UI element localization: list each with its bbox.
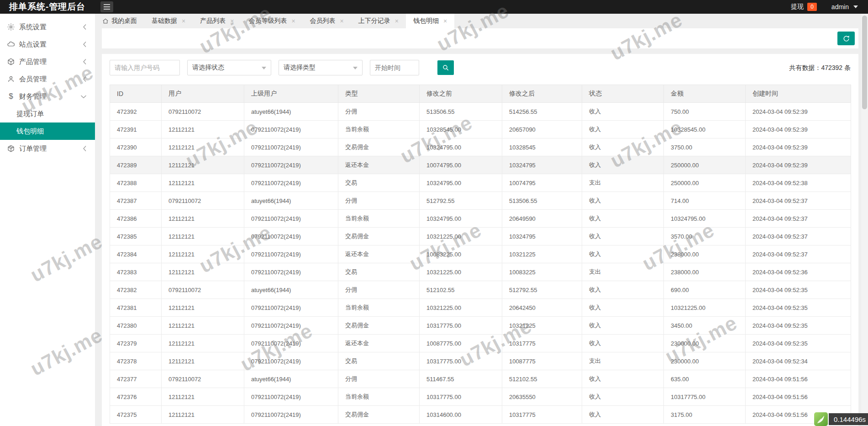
chevron-left-icon	[83, 24, 87, 30]
tab-close-icon[interactable]: ×	[443, 18, 447, 24]
table-cell: 0792110072	[162, 281, 244, 299]
table-cell: 472384	[110, 245, 162, 263]
table-cell: 513506.55	[420, 103, 502, 121]
table-cell: 12112121	[162, 121, 244, 138]
sidebar-item-withdraw-orders[interactable]: 提现订单	[0, 105, 95, 122]
table-cell: 12112121	[162, 263, 244, 281]
table-cell: 0792110072(2419)	[244, 352, 338, 370]
table-cell: 收入	[582, 228, 664, 245]
table-row: 472381121121210792110072(2419)当前余额103212…	[110, 299, 851, 317]
table-cell: 交易佣金	[338, 138, 420, 156]
tab-label: 上下分记录	[358, 17, 390, 25]
sidebar-item-site-settings[interactable]: 站点设置	[0, 36, 95, 53]
table-cell: 当前余额	[338, 210, 420, 228]
tab-label: 钱包明细	[413, 17, 439, 25]
sidebar-item-label: 产品管理	[19, 58, 47, 66]
table-cell: 10317775.00	[420, 352, 502, 370]
table-cell: 0792110072(2419)	[244, 335, 338, 352]
table-cell: 472380	[110, 317, 162, 335]
tab-wallet-details[interactable]: 钱包明细×	[406, 14, 454, 28]
table-cell: 10324795.00	[420, 174, 502, 192]
tab-close-icon[interactable]: ×	[291, 18, 295, 24]
search-button[interactable]	[437, 60, 454, 75]
column-header: 状态	[582, 85, 664, 103]
tab-my-desktop[interactable]: 我的桌面	[95, 14, 144, 28]
tab-member-level-list[interactable]: 会员等级列表×	[241, 14, 302, 28]
tab-member-list[interactable]: 会员列表×	[303, 14, 351, 28]
chevron-left-icon	[83, 59, 87, 65]
table-cell: 10328545.00	[664, 121, 746, 138]
column-header: 类型	[338, 85, 420, 103]
table-cell: 0792110072(2419)	[244, 121, 338, 138]
page-load-time[interactable]: 0.144496s	[829, 413, 868, 425]
tab-close-icon[interactable]: ×	[230, 18, 234, 24]
table-cell: 0792110072(2419)	[244, 263, 338, 281]
sidebar-item-system-settings[interactable]: 系统设置	[0, 18, 95, 36]
table-cell: 10321225.00	[420, 299, 502, 317]
start-time-input[interactable]	[370, 60, 419, 75]
tab-close-icon[interactable]: ×	[395, 18, 399, 24]
table-cell: 750.00	[664, 103, 746, 121]
table-cell: 10317775.00	[664, 388, 746, 406]
table-cell: 10314600.00	[420, 406, 502, 424]
tab-close-icon[interactable]: ×	[182, 18, 185, 24]
thinkphp-logo-icon[interactable]	[814, 412, 828, 426]
table-cell: 收入	[582, 281, 664, 299]
status-select-value: 请选择状态	[192, 64, 224, 72]
table-cell: 512102.55	[420, 281, 502, 299]
table-cell: 472387	[110, 192, 162, 210]
sidebar-item-finance-management[interactable]: $ 财务管理	[0, 88, 95, 105]
user-number-input[interactable]	[110, 60, 180, 75]
table-cell: 714.00	[664, 192, 746, 210]
table-cell: 0792110072(2419)	[244, 406, 338, 424]
tab-close-icon[interactable]: ×	[340, 18, 344, 24]
table-cell: atuyet66(1944)	[244, 103, 338, 121]
table-cell: 2024-03-04 09:52:35	[746, 335, 851, 352]
wallet-details-panel: 请选择状态 请选择类型 共有数据：472392 条 ID用户上级用户类型修改之前…	[102, 54, 858, 426]
scrollbar-thumb[interactable]	[862, 16, 867, 109]
table-cell: 交易佣金	[338, 228, 420, 245]
status-select[interactable]: 请选择状态	[187, 60, 271, 75]
filter-bar: 请选择状态 请选择类型	[110, 60, 851, 75]
table-row: 472391121121210792110072(2419)当前余额103285…	[110, 121, 851, 138]
top-bar: 排单系统-管理后台 提现 0 admin	[0, 0, 868, 14]
type-select[interactable]: 请选择类型	[279, 60, 363, 75]
sidebar-item-wallet-details[interactable]: 钱包明细	[0, 122, 95, 140]
sidebar-item-order-management[interactable]: 订单管理	[0, 140, 95, 157]
table-cell: 支出	[582, 352, 664, 370]
sidebar-item-product-management[interactable]: 产品管理	[0, 53, 95, 70]
table-cell: 512792.55	[420, 192, 502, 210]
table-row: 472383121121210792110072(2419)交易10321225…	[110, 263, 851, 281]
table-cell: 250000.00	[664, 174, 746, 192]
table-cell: 2024-03-04 09:52:39	[746, 156, 851, 174]
table-cell: 10317775	[502, 335, 582, 352]
tab-basic-data[interactable]: 基础数据×	[144, 14, 193, 28]
tab-product-list[interactable]: 产品列表×	[193, 14, 241, 28]
refresh-button[interactable]	[837, 32, 855, 45]
withdraw-count-badge[interactable]: 0	[807, 3, 817, 11]
table-cell: 10328545.00	[420, 121, 502, 138]
table-row: 472379121121210792110072(2419)返还本金100877…	[110, 335, 851, 352]
table-cell: 10321225	[502, 317, 582, 335]
table-cell: 472377	[110, 370, 162, 388]
user-menu[interactable]: admin	[831, 3, 849, 11]
table-cell: 10087775.00	[420, 335, 502, 352]
table-cell: 10074795.00	[420, 156, 502, 174]
table-cell: 收入	[582, 210, 664, 228]
table-cell: 2024-03-04 09:52:38	[746, 174, 851, 192]
table-row: 472385121121210792110072(2419)交易佣金103212…	[110, 228, 851, 245]
table-cell: atuyet66(1944)	[244, 192, 338, 210]
tab-updown-records[interactable]: 上下分记录×	[351, 14, 406, 28]
table-cell: 513506.55	[502, 192, 582, 210]
package-icon	[6, 144, 16, 153]
chevron-left-icon	[83, 76, 87, 82]
table-cell: 2024-03-04 09:51:56	[746, 388, 851, 406]
menu-toggle-button[interactable]	[100, 1, 113, 12]
table-cell: 12112121	[162, 317, 244, 335]
withdraw-link[interactable]: 提现	[791, 3, 804, 11]
table-row: 4723820792110072atuyet66(1944)分佣512102.5…	[110, 281, 851, 299]
table-cell: 472379	[110, 335, 162, 352]
sidebar-item-member-management[interactable]: 会员管理	[0, 70, 95, 88]
table-cell: 交易	[338, 263, 420, 281]
table-cell: 10324795	[502, 156, 582, 174]
